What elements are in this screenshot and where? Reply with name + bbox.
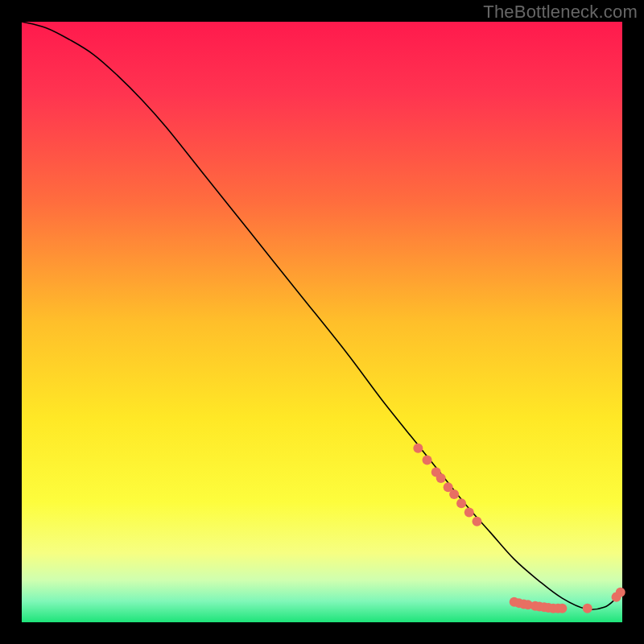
watermark-text: TheBottleneck.com [483,2,638,23]
data-marker [557,604,567,613]
chart-plot-area [22,22,622,622]
data-marker [464,507,474,517]
data-marker [413,444,423,453]
data-marker [449,489,459,499]
data-marker [436,473,446,483]
data-marker [616,588,625,597]
data-marker [423,456,432,465]
chart-svg [22,22,622,622]
data-marker [583,604,592,613]
data-marker [472,517,481,526]
data-marker [456,498,466,508]
